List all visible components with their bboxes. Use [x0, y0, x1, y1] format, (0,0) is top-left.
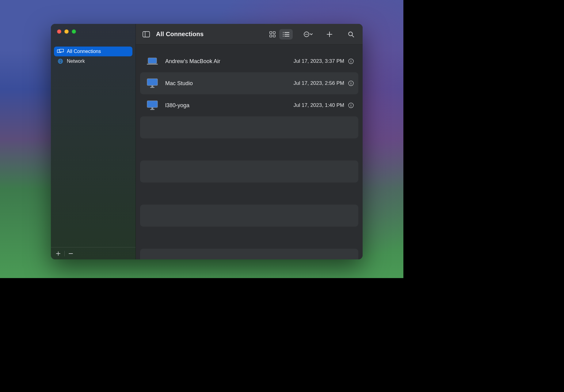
grid-view-button[interactable]: [266, 29, 279, 40]
list-view-button[interactable]: [279, 29, 293, 40]
svg-point-15: [283, 36, 284, 36]
connection-row[interactable]: l380-yoga Jul 17, 2023, 1:40 PM: [140, 94, 358, 116]
info-button[interactable]: [348, 80, 354, 86]
remove-sidebar-item-button[interactable]: [67, 249, 75, 258]
page-title: All Connections: [156, 31, 204, 38]
add-sidebar-item-button[interactable]: [54, 249, 63, 258]
connection-list: Andrew’s MacBook Air Jul 17, 2023, 3:37 …: [136, 45, 363, 259]
svg-point-41: [351, 104, 351, 104]
fullscreen-window-button[interactable]: [72, 29, 76, 34]
svg-rect-42: [351, 105, 351, 107]
toggle-sidebar-button[interactable]: [143, 31, 150, 38]
svg-rect-32: [150, 87, 154, 88]
svg-rect-9: [270, 35, 272, 37]
list-row-empty: [140, 227, 358, 249]
displays-icon: [57, 49, 64, 54]
svg-line-22: [352, 35, 354, 37]
list-row-empty: [140, 183, 358, 205]
connection-date: Jul 17, 2023, 3:37 PM: [294, 58, 344, 64]
connection-row[interactable]: Andrew’s MacBook Air Jul 17, 2023, 3:37 …: [140, 50, 358, 72]
laptop-icon: [146, 55, 159, 68]
main-pane: All Connections: [136, 24, 363, 259]
more-options-button[interactable]: [302, 29, 314, 40]
svg-rect-7: [270, 32, 272, 34]
svg-rect-28: [351, 61, 351, 63]
svg-rect-35: [351, 83, 351, 85]
search-button[interactable]: [345, 29, 357, 40]
sidebar-item-label: All Connections: [67, 49, 101, 54]
sidebar-footer: [51, 247, 135, 259]
minimize-window-button[interactable]: [64, 29, 69, 34]
info-button[interactable]: [348, 102, 354, 108]
connection-name: Mac Studio: [165, 80, 294, 87]
sidebar-item-all-connections[interactable]: All Connections: [54, 47, 132, 56]
svg-point-11: [283, 32, 284, 32]
svg-point-20: [307, 34, 308, 35]
list-row-empty: [140, 249, 358, 259]
globe-icon: [57, 59, 64, 64]
display-icon: [146, 99, 159, 112]
svg-point-13: [283, 34, 284, 34]
list-row-empty: [140, 138, 358, 160]
list-row-empty: [140, 116, 358, 138]
svg-rect-10: [273, 35, 275, 37]
sidebar-item-network[interactable]: Network: [54, 56, 132, 66]
sidebar: All Connections Network: [51, 24, 136, 259]
connection-name: Andrew’s MacBook Air: [165, 58, 294, 65]
toolbar: All Connections: [136, 24, 363, 45]
svg-rect-25: [147, 64, 158, 65]
svg-rect-1: [60, 49, 64, 52]
list-row-empty: [140, 205, 358, 227]
view-mode-segmented-control: [266, 29, 293, 40]
svg-rect-36: [147, 101, 158, 107]
svg-rect-38: [151, 107, 153, 109]
separator: [64, 251, 65, 256]
svg-rect-8: [273, 32, 275, 34]
sidebar-item-label: Network: [67, 58, 85, 64]
svg-point-34: [351, 82, 351, 82]
svg-rect-29: [147, 79, 158, 85]
connection-date: Jul 17, 2023, 1:40 PM: [294, 102, 344, 108]
window-controls: [51, 24, 135, 41]
svg-point-27: [351, 60, 351, 60]
svg-point-18: [305, 34, 306, 35]
svg-rect-5: [143, 32, 150, 37]
connection-date: Jul 17, 2023, 2:56 PM: [294, 80, 344, 86]
display-icon: [146, 77, 159, 90]
svg-rect-23: [148, 58, 157, 63]
connection-name: l380-yoga: [165, 102, 294, 109]
svg-rect-31: [151, 85, 153, 87]
svg-rect-39: [150, 109, 154, 110]
svg-point-19: [306, 34, 307, 35]
connection-row[interactable]: Mac Studio Jul 17, 2023, 2:56 PM: [140, 72, 358, 94]
add-connection-button[interactable]: [323, 29, 336, 40]
sidebar-list: All Connections Network: [51, 41, 135, 247]
app-window: All Connections Network: [51, 24, 363, 259]
list-row-empty: [140, 160, 358, 183]
info-button[interactable]: [348, 58, 354, 64]
close-window-button[interactable]: [57, 29, 61, 34]
